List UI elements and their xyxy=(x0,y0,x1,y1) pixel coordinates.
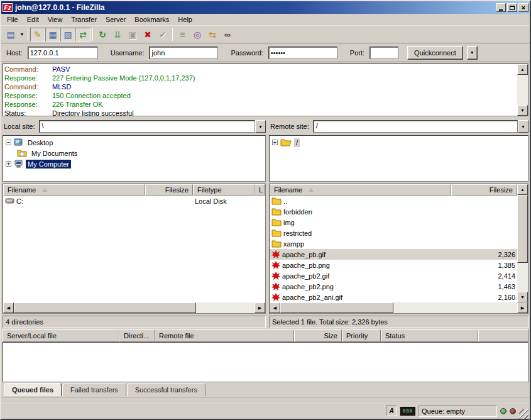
synchronized-browsing-button[interactable]: ⇆ xyxy=(205,28,220,41)
refresh-button[interactable]: ↻ xyxy=(95,28,110,41)
menu-transfer[interactable]: Transfer xyxy=(67,14,101,25)
site-manager-icon: ▤ xyxy=(6,30,14,40)
remote-file-row[interactable]: apache_pb2_ani.gif 2,160 xyxy=(270,292,517,302)
scroll-left-icon[interactable]: ◀ xyxy=(3,302,14,313)
remote-file-row-selected[interactable]: apache_pb.gif 2,326 xyxy=(270,249,517,260)
tree-item-root[interactable]: + / xyxy=(272,137,528,148)
column-header-server-local-file[interactable]: Server/Local file xyxy=(3,329,119,342)
maximize-button[interactable] xyxy=(507,3,517,12)
remote-file-row[interactable]: xampp xyxy=(270,238,517,249)
combo-dropdown-icon[interactable]: ▼ xyxy=(518,120,528,133)
filter-icon: ≡ xyxy=(180,30,185,40)
column-header-filesize[interactable]: Filesize xyxy=(451,184,517,196)
column-header-filesize[interactable]: Filesize xyxy=(145,184,193,196)
collapse-icon[interactable]: − xyxy=(6,140,11,145)
port-input[interactable] xyxy=(370,47,398,59)
remote-file-row[interactable]: apache_pb.png 1,385 xyxy=(270,260,517,270)
local-file-row[interactable]: C: Local Disk xyxy=(3,196,265,206)
remote-site-bar: Remote site: / ▼ xyxy=(269,119,528,134)
port-label: Port: xyxy=(350,49,364,57)
remote-file-row[interactable]: forbidden xyxy=(270,206,517,217)
scroll-up-icon[interactable]: ▲ xyxy=(517,64,528,75)
column-header-last-modified[interactable]: L xyxy=(255,184,265,196)
expand-icon[interactable]: + xyxy=(272,140,278,145)
remote-file-row[interactable]: apache_pb2.png 1,463 xyxy=(270,281,517,292)
remote-file-row[interactable]: restricted xyxy=(270,228,517,238)
toggle-remote-tree-button[interactable]: ▧ xyxy=(60,28,75,41)
scroll-left-icon[interactable]: ◀ xyxy=(270,302,280,313)
resize-grip[interactable] xyxy=(519,409,528,419)
column-header-filename[interactable]: Filename xyxy=(270,184,451,196)
log-label: Response: xyxy=(4,91,52,100)
scroll-right-icon[interactable]: ▶ xyxy=(517,302,528,313)
local-site-bar: Local site: \ ▼ xyxy=(3,119,266,134)
site-manager-button[interactable]: ▤ xyxy=(3,28,18,41)
reconnect-button[interactable]: ✔ xyxy=(155,28,170,41)
menu-bookmarks[interactable]: Bookmarks xyxy=(130,14,173,25)
window-title: john@127.0.0.1 - FileZilla xyxy=(15,3,496,12)
combo-dropdown-icon[interactable]: ▼ xyxy=(255,120,266,133)
minimize-button[interactable] xyxy=(496,3,506,12)
remote-site-combo[interactable]: / ▼ xyxy=(313,120,528,133)
column-header-remote-file[interactable]: Remote file xyxy=(155,329,294,342)
tab-queued-files[interactable]: Queued files xyxy=(4,383,62,396)
scroll-down-icon[interactable]: ▼ xyxy=(517,292,528,302)
scrollbar-thumb[interactable] xyxy=(517,195,528,263)
menu-server[interactable]: Server xyxy=(101,14,130,25)
refresh-icon: ↻ xyxy=(99,30,106,40)
quickconnect-dropdown[interactable]: ▼ xyxy=(467,46,478,60)
toggle-local-tree-button[interactable]: ▦ xyxy=(45,28,60,41)
remote-site-value[interactable]: / xyxy=(313,120,518,133)
column-header-priority[interactable]: Priority xyxy=(342,329,381,342)
local-site-value[interactable]: \ xyxy=(39,120,255,133)
site-manager-dropdown[interactable]: ▼ xyxy=(18,28,26,41)
remote-file-row[interactable]: apache_pb2.gif 2,414 xyxy=(270,270,517,281)
speed-limit-icon[interactable]: 888 xyxy=(400,407,415,416)
log-vertical-scrollbar[interactable]: ▲ ▼ xyxy=(517,64,528,116)
toggle-queue-button[interactable]: ⇄ xyxy=(75,28,90,41)
quickconnect-button[interactable]: Quickconnect xyxy=(407,46,463,60)
column-header-filename[interactable]: Filename xyxy=(3,184,145,196)
tree-item-my-documents[interactable]: My Documents xyxy=(6,148,265,158)
toggle-message-log-button[interactable]: ✎ xyxy=(30,28,45,41)
local-site-combo[interactable]: \ ▼ xyxy=(39,120,266,133)
tree-item-desktop[interactable]: − Desktop xyxy=(6,137,265,148)
username-input[interactable] xyxy=(149,47,218,59)
remote-file-row[interactable]: img xyxy=(270,217,517,228)
find-files-button[interactable]: ∞ xyxy=(220,28,235,41)
scrollbar-thumb[interactable] xyxy=(14,302,196,313)
remote-horizontal-scrollbar[interactable]: ◀ ▶ xyxy=(270,302,528,313)
menu-bar: File Edit View Transfer Server Bookmarks… xyxy=(1,14,530,26)
password-input[interactable] xyxy=(268,47,337,59)
close-icon: × xyxy=(522,4,525,11)
scroll-down-icon[interactable]: ▼ xyxy=(517,105,528,116)
filter-button[interactable]: ≡ xyxy=(175,28,190,41)
column-header-size[interactable]: Size xyxy=(294,329,342,342)
menu-view[interactable]: View xyxy=(43,14,67,25)
disconnect-button[interactable]: ✖ xyxy=(140,28,155,41)
tab-failed-transfers[interactable]: Failed transfers xyxy=(62,384,126,396)
menu-help[interactable]: Help xyxy=(173,14,197,25)
process-queue-button[interactable]: ⇊ xyxy=(110,28,125,41)
column-header-filetype[interactable]: Filetype xyxy=(193,184,255,196)
data-type-indicator-icon[interactable]: A xyxy=(386,406,397,416)
remote-file-row[interactable]: .. xyxy=(270,196,517,206)
scroll-right-icon[interactable]: ▶ xyxy=(255,302,265,313)
tab-successful-transfers[interactable]: Successful transfers xyxy=(127,384,205,396)
menu-edit[interactable]: Edit xyxy=(23,14,43,25)
tree-item-my-computer[interactable]: + My Computer xyxy=(6,158,265,169)
cancel-button[interactable]: ▣ xyxy=(125,28,140,41)
host-input[interactable] xyxy=(28,47,98,59)
scroll-up-icon[interactable]: ▲ xyxy=(517,184,528,195)
column-header-direction[interactable]: Directi... xyxy=(119,329,155,342)
queue-list[interactable] xyxy=(3,342,528,382)
column-header-status[interactable]: Status xyxy=(381,329,478,342)
remote-vertical-scrollbar[interactable]: ▲ ▼ xyxy=(517,184,528,302)
local-horizontal-scrollbar[interactable]: ◀ ▶ xyxy=(3,302,265,313)
menu-file[interactable]: File xyxy=(3,14,23,25)
close-button[interactable]: × xyxy=(518,3,528,12)
directory-comparison-button[interactable]: ◎ xyxy=(190,28,205,41)
scrollbar-thumb[interactable] xyxy=(280,302,393,313)
expand-icon[interactable]: + xyxy=(6,161,11,167)
local-status-text: 4 directories xyxy=(3,316,266,328)
